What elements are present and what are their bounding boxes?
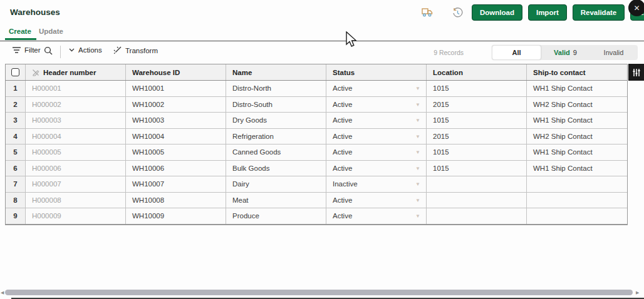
cell-warehouse-id[interactable]: WH10004 <box>126 129 226 144</box>
cell-status-dropdown[interactable]: Active ▼ <box>326 144 427 160</box>
table-row: 6 H000006 WH10006 Bulk Goods Active ▼ 10… <box>6 161 627 177</box>
cell-ship-to-contact[interactable]: WH1 Ship Contact <box>527 81 627 96</box>
dropdown-chevron-icon: ▼ <box>415 213 420 219</box>
column-settings-icon <box>633 69 640 76</box>
table-toolbar: Filter Actions Transform 9 Records All <box>0 44 644 61</box>
column-settings-button[interactable] <box>628 64 644 81</box>
segment-valid-count: 9 <box>573 49 577 56</box>
close-icon[interactable]: ✕ <box>628 0 644 16</box>
column-header-label: Status <box>333 69 355 76</box>
filter-label: Filter <box>24 46 41 54</box>
warehouses-table: Header number Warehouse ID Name Status L… <box>5 64 628 225</box>
row-number: 5 <box>6 144 26 160</box>
cell-name[interactable]: Dry Goods <box>226 113 326 128</box>
row-number: 1 <box>6 81 26 96</box>
status-value: Inactive <box>333 180 358 188</box>
cell-location[interactable] <box>427 176 527 192</box>
cell-warehouse-id[interactable]: WH10009 <box>126 208 226 224</box>
cell-name[interactable]: Bulk Goods <box>226 161 326 176</box>
cell-name[interactable]: Dairy <box>226 176 326 192</box>
cell-ship-to-contact[interactable] <box>527 193 627 208</box>
row-number: 3 <box>6 113 26 128</box>
history-icon[interactable] <box>451 6 464 19</box>
row-number: 2 <box>6 97 26 113</box>
cell-warehouse-id[interactable]: WH10002 <box>126 97 226 113</box>
import-button[interactable]: Import <box>528 4 567 21</box>
tab-update[interactable]: Update <box>39 28 63 35</box>
tab-create[interactable]: Create <box>9 28 31 35</box>
cell-warehouse-id[interactable]: WH10003 <box>126 113 226 128</box>
scroll-left-arrow-icon[interactable]: ◀ <box>1 290 4 295</box>
cell-status-dropdown[interactable]: Active ▼ <box>326 161 427 176</box>
cell-name[interactable]: Distro-North <box>226 81 326 96</box>
select-all-checkbox[interactable] <box>11 68 19 76</box>
cell-ship-to-contact[interactable] <box>527 208 627 224</box>
cell-name[interactable]: Refrigeration <box>226 129 326 144</box>
cell-status-dropdown[interactable]: Active ▼ <box>326 129 427 144</box>
download-button[interactable]: Download <box>472 4 522 21</box>
dropdown-chevron-icon: ▼ <box>415 118 420 123</box>
dropdown-chevron-icon: ▼ <box>415 166 420 171</box>
column-header-header-number[interactable]: Header number <box>26 64 126 80</box>
cell-status-dropdown[interactable]: Active ▼ <box>326 193 427 208</box>
filter-button[interactable]: Filter <box>13 46 41 54</box>
cell-ship-to-contact[interactable]: WH2 Ship Contact <box>527 97 627 113</box>
cell-location[interactable]: 2015 <box>427 97 527 113</box>
segment-all[interactable]: All <box>492 45 541 60</box>
horizontal-scrollbar-thumb[interactable] <box>5 290 633 295</box>
scroll-right-arrow-icon[interactable]: ▶ <box>636 290 639 295</box>
cell-location[interactable] <box>427 193 527 208</box>
cell-warehouse-id[interactable]: WH10007 <box>126 176 226 192</box>
cell-ship-to-contact[interactable]: WH2 Ship Contact <box>527 129 627 144</box>
cell-ship-to-contact[interactable]: WH1 Ship Contact <box>527 113 627 128</box>
header-checkbox-cell <box>6 64 26 80</box>
transform-button[interactable]: Transform <box>113 46 158 54</box>
segment-invalid[interactable]: Invalid <box>589 45 638 60</box>
cell-status-dropdown[interactable]: Active ▼ <box>326 81 427 96</box>
cell-status-dropdown[interactable]: Inactive ▼ <box>326 176 427 192</box>
dropdown-chevron-icon: ▼ <box>415 198 420 203</box>
table-row: 4 H000004 WH10004 Refrigeration Active ▼… <box>6 129 627 145</box>
column-header-status[interactable]: Status <box>326 64 427 80</box>
column-header-location[interactable]: Location <box>427 64 527 80</box>
cell-location[interactable]: 2015 <box>427 129 527 144</box>
cell-location[interactable]: 1015 <box>427 144 527 160</box>
column-header-label: Header number <box>43 69 96 76</box>
cell-warehouse-id[interactable]: WH10008 <box>126 193 226 208</box>
validity-segmented-control: All Valid 9 Invalid <box>492 45 638 60</box>
cell-status-dropdown[interactable]: Active ▼ <box>326 97 427 113</box>
revalidate-button[interactable]: Revalidate <box>573 4 625 21</box>
chevron-down-icon <box>69 48 75 52</box>
column-header-ship-to-contact[interactable]: Ship-to contact <box>527 64 627 80</box>
cell-ship-to-contact[interactable]: WH1 Ship Contact <box>527 144 627 160</box>
cell-name[interactable]: Canned Goods <box>226 144 326 160</box>
header-buttons: Download Import Revalidate Exit <box>472 4 644 21</box>
cell-warehouse-id[interactable]: WH10001 <box>126 81 226 96</box>
cell-ship-to-contact[interactable]: WH1 Ship Contact <box>527 161 627 176</box>
cell-name[interactable]: Distro-South <box>226 97 326 113</box>
column-header-warehouse-id[interactable]: Warehouse ID <box>126 64 226 80</box>
cell-location[interactable]: 1015 <box>427 161 527 176</box>
status-value: Active <box>333 148 352 156</box>
cell-ship-to-contact[interactable] <box>527 176 627 192</box>
cell-location[interactable]: 1015 <box>427 81 527 96</box>
cell-warehouse-id[interactable]: WH10005 <box>126 144 226 160</box>
search-button[interactable] <box>44 46 53 55</box>
table-row: 2 H000002 WH10002 Distro-South Active ▼ … <box>6 97 627 113</box>
actions-menu-button[interactable]: Actions <box>69 46 102 54</box>
cell-status-dropdown[interactable]: Active ▼ <box>326 113 427 128</box>
dropdown-chevron-icon: ▼ <box>415 150 420 155</box>
truck-icon[interactable] <box>421 6 434 19</box>
segment-valid[interactable]: Valid 9 <box>541 45 589 60</box>
cell-warehouse-id[interactable]: WH10006 <box>126 161 226 176</box>
cell-status-dropdown[interactable]: Active ▼ <box>326 208 427 224</box>
column-header-name[interactable]: Name <box>226 64 326 80</box>
cell-location[interactable] <box>427 208 527 224</box>
cell-name[interactable]: Meat <box>226 193 326 208</box>
table-header-row: Header number Warehouse ID Name Status L… <box>6 64 627 81</box>
cell-location[interactable]: 1015 <box>427 113 527 128</box>
segment-valid-label: Valid <box>554 49 570 56</box>
row-number: 7 <box>6 176 26 192</box>
cell-name[interactable]: Produce <box>226 208 326 224</box>
cell-header-number: H000003 <box>26 113 126 128</box>
